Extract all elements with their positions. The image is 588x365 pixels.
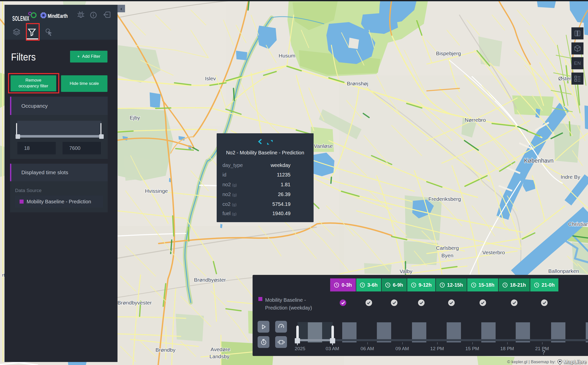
svg-text:Frederiksberg: Frederiksberg — [428, 196, 461, 202]
svg-text:Ballonparken: Ballonparken — [548, 268, 579, 274]
svg-text:Brønshøj: Brønshøj — [347, 81, 368, 86]
svg-text:Byen: Byen — [441, 253, 453, 258]
svg-text:Avedøre: Avedøre — [211, 346, 230, 352]
svg-text:Islev: Islev — [205, 76, 216, 81]
svg-text:Valby: Valby — [400, 268, 413, 274]
svg-text:København: København — [524, 157, 554, 164]
svg-text:Husum: Husum — [279, 53, 296, 58]
svg-text:Christian: Christian — [568, 221, 588, 227]
svg-text:Bispebjerg: Bispebjerg — [436, 50, 461, 56]
svg-text:Landsby: Landsby — [209, 353, 229, 359]
svg-text:Brøndby: Brøndby — [155, 347, 175, 353]
svg-text:Indre By: Indre By — [561, 174, 580, 180]
svg-text:Vanløse: Vanløse — [314, 143, 333, 149]
svg-text:Brøndbyvester: Brøndbyvester — [117, 300, 152, 306]
svg-text:Carlsberg: Carlsberg — [436, 245, 459, 251]
svg-text:Brøndbyøster: Brøndbyøster — [194, 277, 226, 283]
svg-text:Ejby: Ejby — [130, 115, 140, 120]
svg-text:Hvissinge: Hvissinge — [145, 188, 168, 194]
svg-text:Nørrebro: Nørrebro — [465, 117, 486, 123]
svg-text:Vesterbro: Vesterbro — [482, 250, 505, 255]
